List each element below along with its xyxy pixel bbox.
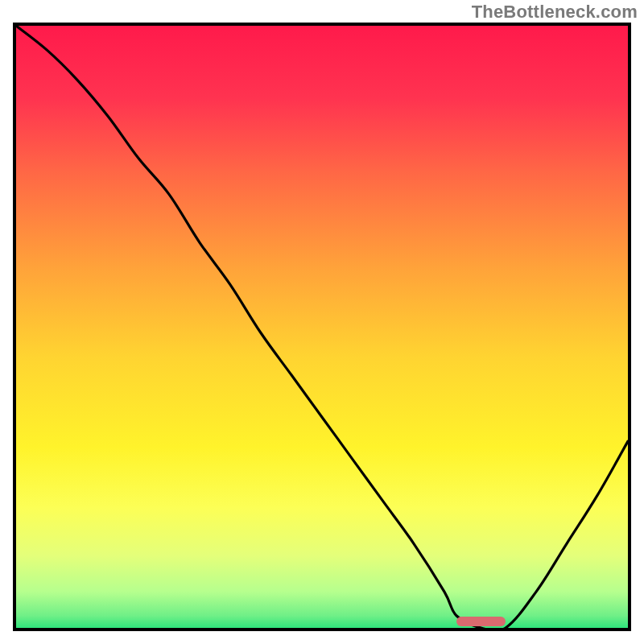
watermark-text: TheBottleneck.com [472,2,638,23]
chart-container: TheBottleneck.com [0,0,644,644]
bottleneck-curve [16,26,628,628]
chart-curve-layer [16,26,628,628]
optimal-range-marker [456,617,506,626]
chart-frame [13,23,631,631]
